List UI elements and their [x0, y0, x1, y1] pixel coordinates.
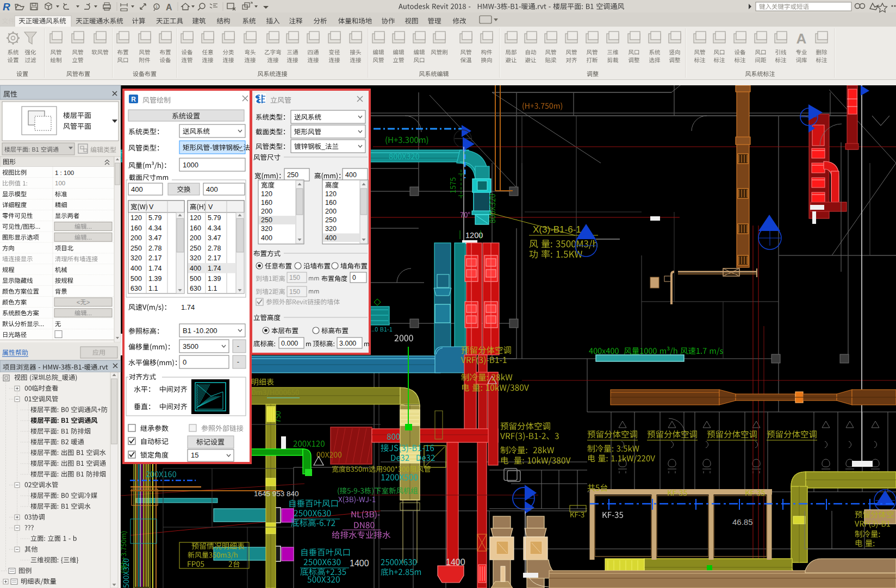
svg-text:250: 250: [261, 216, 272, 224]
svg-text:160: 160: [190, 224, 201, 232]
svg-text:A: A: [166, 3, 172, 12]
svg-text:200: 200: [261, 208, 272, 215]
svg-text:1.74: 1.74: [208, 265, 221, 272]
svg-text:0: 0: [183, 358, 186, 366]
svg-text:1: 1: [155, 5, 158, 9]
svg-text:2.78: 2.78: [148, 245, 161, 252]
svg-text:1.1: 1.1: [208, 285, 217, 292]
svg-text:5.79: 5.79: [148, 214, 161, 222]
svg-text:15: 15: [191, 451, 198, 459]
svg-text:B1 -10.200: B1 -10.200: [183, 327, 217, 335]
svg-text:400: 400: [206, 185, 218, 193]
svg-text:630: 630: [130, 285, 142, 292]
svg-text:46.85: 46.85: [732, 517, 753, 527]
svg-text:500: 500: [190, 275, 201, 283]
svg-text:1400: 1400: [446, 558, 465, 567]
svg-text:4.34: 4.34: [208, 224, 221, 232]
svg-text:0.000: 0.000: [281, 340, 298, 347]
svg-text:400: 400: [261, 234, 272, 242]
svg-text:400: 400: [325, 234, 337, 242]
svg-text:120: 120: [325, 190, 337, 198]
svg-text:250: 250: [130, 245, 142, 252]
svg-text:400: 400: [130, 265, 142, 272]
svg-text:2.78: 2.78: [208, 245, 221, 252]
svg-text:-: -: [237, 358, 239, 366]
svg-text:<无>: <无>: [77, 299, 90, 305]
svg-text:320: 320: [190, 254, 201, 262]
svg-text:3.47: 3.47: [208, 234, 221, 242]
svg-text:320: 320: [130, 254, 142, 262]
svg-text:120: 120: [261, 190, 272, 198]
svg-text:1.1: 1.1: [148, 285, 158, 292]
svg-text:160: 160: [325, 199, 337, 207]
svg-text:630: 630: [190, 285, 201, 292]
svg-text:3.47: 3.47: [148, 234, 161, 242]
svg-text:1.39: 1.39: [148, 275, 161, 283]
svg-text:1.74: 1.74: [181, 303, 195, 311]
svg-text:1000: 1000: [183, 161, 198, 169]
svg-text:160: 160: [261, 199, 272, 207]
svg-text:320: 320: [261, 225, 272, 233]
svg-text:1645 953 840: 1645 953 840: [254, 490, 299, 498]
svg-text:3500: 3500: [183, 342, 198, 351]
svg-text:1400: 1400: [350, 559, 369, 568]
svg-text:2.17: 2.17: [208, 254, 221, 262]
svg-text:5.79: 5.79: [208, 214, 221, 222]
svg-text:1200: 1200: [465, 231, 483, 240]
svg-text:250: 250: [190, 245, 201, 252]
svg-text:320: 320: [325, 225, 337, 233]
svg-text:R: R: [3, 1, 10, 12]
svg-text:200: 200: [325, 208, 337, 215]
svg-text:A: A: [797, 30, 807, 47]
svg-text:3.000: 3.000: [339, 340, 356, 347]
svg-text:500: 500: [130, 275, 142, 283]
svg-text:V: V: [208, 203, 213, 211]
svg-text:R: R: [131, 96, 136, 103]
svg-text:V: V: [149, 203, 154, 211]
svg-text:150: 150: [289, 274, 300, 282]
svg-text:120: 120: [130, 214, 142, 222]
svg-text:400: 400: [190, 265, 201, 272]
svg-text:250: 250: [325, 216, 337, 224]
svg-text:1.74: 1.74: [148, 265, 161, 272]
svg-text:150: 150: [289, 288, 300, 296]
svg-text:400: 400: [131, 185, 143, 193]
svg-text:4.34: 4.34: [148, 224, 161, 232]
svg-text:2.17: 2.17: [148, 254, 161, 262]
svg-text:100: 100: [55, 180, 65, 186]
svg-text:-: -: [237, 342, 239, 350]
svg-text:250: 250: [287, 171, 298, 179]
svg-text:200: 200: [130, 234, 142, 242]
svg-text:200: 200: [190, 234, 201, 242]
svg-text:160: 160: [130, 224, 142, 232]
svg-text:120: 120: [190, 214, 201, 222]
svg-text:400: 400: [345, 171, 357, 179]
svg-text:0: 0: [352, 274, 356, 282]
svg-text:1 : 100: 1 : 100: [55, 170, 74, 176]
svg-text:1.39: 1.39: [208, 275, 221, 283]
